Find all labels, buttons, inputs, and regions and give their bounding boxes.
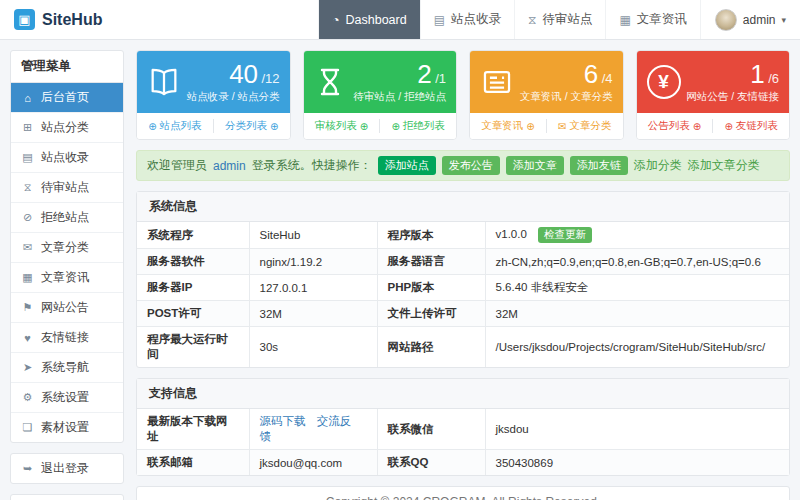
info-label: 程序版本	[377, 222, 485, 249]
add-article-button[interactable]: 添加文章	[506, 156, 564, 175]
support-info-table: 最新版本下载网址 源码下载 交流反馈 联系微信 jksdou 联系邮箱 jksd…	[137, 409, 789, 475]
version-value: v1.0.0	[496, 228, 527, 240]
sidebar-item-label: 素材设置	[41, 419, 89, 436]
announcement-list-link[interactable]: 公告列表 ⊕	[637, 119, 713, 133]
stat-value: 2	[417, 59, 431, 89]
add-friend-link-button[interactable]: 添加友链	[570, 156, 628, 175]
info-label: 服务器软件	[137, 249, 249, 275]
sidebar-item-article-category[interactable]: ✉ 文章分类	[11, 233, 123, 263]
link-label: 拒绝列表	[403, 119, 445, 133]
hourglass-icon	[314, 66, 346, 98]
info-value: 30s	[249, 327, 377, 368]
sidebar-item-rejected-sites[interactable]: ⊘ 拒绝站点	[11, 203, 123, 233]
info-label: 网站路径	[377, 327, 485, 368]
system-info-panel: 系统信息 系统程序 SiteHub 程序版本 v1.0.0 检查更新 服务器软件…	[136, 191, 790, 368]
stat-card-articles: 6 /4 文章资讯 / 文章分类 文章资讯 ⊕ ✉ 文章分类	[469, 50, 624, 140]
user-menu[interactable]: admin ▾	[700, 0, 800, 39]
info-value: 350430869	[485, 450, 789, 476]
sidebar-item-announcements[interactable]: ⚑ 网站公告	[11, 293, 123, 323]
sidebar-item-system-settings[interactable]: ⚙ 系统设置	[11, 383, 123, 413]
stat-value: 40	[229, 59, 258, 89]
info-value: zh-CN,zh;q=0.9,en;q=0.8,en-GB;q=0.7,en-U…	[485, 249, 789, 275]
info-value: 5.6.40 非线程安全	[485, 275, 789, 301]
sidebar-item-label: 站点收录	[41, 149, 89, 166]
stat-card-footer: 公告列表 ⊕ ⊕ 友链列表	[637, 113, 790, 139]
newspaper-icon	[480, 65, 514, 99]
plus-circle-icon: ⊕	[724, 121, 732, 132]
info-value: 127.0.0.1	[249, 275, 377, 301]
sidebar: 管理菜单 ⌂ 后台首页 ⊞ 站点分类 ▤ 站点收录 ⧖ 待审站点 ⊘ 拒绝站点	[10, 50, 124, 490]
logout-button[interactable]: ➥ 退出登录	[11, 454, 123, 483]
version-badge: SiteHub v1.0.0	[10, 494, 124, 500]
add-article-category-link[interactable]: 添加文章分类	[688, 157, 760, 174]
support-info-panel: 支持信息 最新版本下载网址 源码下载 交流反馈 联系微信 jksdou 联系邮箱…	[136, 378, 790, 476]
copyright-footer: Copyright © 2024 CROGRAM. All Rights Res…	[136, 486, 790, 500]
friend-link-list-link[interactable]: ⊕ 友链列表	[713, 119, 789, 133]
info-value: /Users/jksdou/Projects/crogram/SiteHub/S…	[485, 327, 789, 368]
sidebar-item-label: 文章资讯	[41, 269, 89, 286]
link-label: 文章资讯	[481, 119, 523, 133]
welcome-username[interactable]: admin	[213, 159, 246, 173]
sidebar-item-site-list[interactable]: ▤ 站点收录	[11, 143, 123, 173]
article-category-link[interactable]: ✉ 文章分类	[547, 119, 623, 133]
info-label: 服务器IP	[137, 275, 249, 301]
audit-list-link[interactable]: 审核列表 ⊕	[304, 119, 380, 133]
category-list-link[interactable]: 分类列表 ⊕	[214, 119, 290, 133]
info-value: v1.0.0 检查更新	[485, 222, 789, 249]
stat-card-sites-top: 40 /12 站点收录 / 站点分类	[137, 51, 290, 113]
sidebar-item-system-nav[interactable]: ➤ 系统导航	[11, 353, 123, 383]
table-row: 程序最大运行时间 30s 网站路径 /Users/jksdou/Projects…	[137, 327, 789, 368]
stat-value: 1	[750, 59, 764, 89]
reject-list-link[interactable]: ⊕ 拒绝列表	[380, 119, 456, 133]
source-download-link[interactable]: 源码下载	[260, 415, 306, 427]
sidebar-item-label: 系统导航	[41, 359, 89, 376]
plus-circle-icon: ⊕	[148, 121, 156, 132]
dashboard-icon: ◔	[332, 13, 339, 27]
info-value: nginx/1.19.2	[249, 249, 377, 275]
link-label: 审核列表	[315, 119, 357, 133]
brand-text: SiteHub	[42, 11, 102, 29]
sidebar-title: 管理菜单	[11, 51, 123, 83]
stat-values: 2 /1 待审站点 / 拒绝站点	[346, 61, 447, 104]
add-category-link[interactable]: 添加分类	[634, 157, 682, 174]
publish-announcement-button[interactable]: 发布公告	[442, 156, 500, 175]
stat-label: 站点收录 / 站点分类	[181, 90, 280, 104]
stat-values: 40 /12 站点收录 / 站点分类	[181, 61, 280, 104]
stat-values: 1 /6 网站公告 / 友情链接	[681, 61, 780, 104]
plus-circle-icon: ⊕	[526, 121, 534, 132]
logout-label: 退出登录	[41, 460, 89, 477]
sidebar-item-home[interactable]: ⌂ 后台首页	[11, 83, 123, 113]
stat-card-announcements-top: ¥ 1 /6 网站公告 / 友情链接	[637, 51, 790, 113]
sidebar-item-label: 文章分类	[41, 239, 89, 256]
info-label: 联系QQ	[377, 450, 485, 476]
home-icon: ⌂	[21, 92, 34, 104]
stat-label: 网站公告 / 友情链接	[681, 90, 780, 104]
table-row: 联系邮箱 jksdou@qq.com 联系QQ 350430869	[137, 450, 789, 476]
sidebar-item-articles[interactable]: ▦ 文章资讯	[11, 263, 123, 293]
nav-item-sites[interactable]: ▤ 站点收录	[420, 0, 514, 39]
article-list-link[interactable]: 文章资讯 ⊕	[470, 119, 546, 133]
sidebar-item-site-category[interactable]: ⊞ 站点分类	[11, 113, 123, 143]
stat-values: 6 /4 文章资讯 / 文章分类	[514, 61, 613, 104]
plus-circle-icon: ⊕	[270, 121, 278, 132]
nav-item-dashboard[interactable]: ◔ Dashboard	[318, 0, 419, 39]
nav-label: 待审站点	[542, 11, 592, 28]
heart-icon: ♥	[21, 332, 34, 344]
sidebar-item-pending-sites[interactable]: ⧖ 待审站点	[11, 173, 123, 203]
stat-subvalue: /12	[261, 71, 279, 86]
stat-card-articles-top: 6 /4 文章资讯 / 文章分类	[470, 51, 623, 113]
sign-out-icon: ➥	[21, 462, 34, 475]
add-site-button[interactable]: 添加站点	[378, 156, 436, 175]
nav-item-articles[interactable]: ▦ 文章资讯	[605, 0, 699, 39]
site-list-link[interactable]: ⊕ 站点列表	[137, 119, 213, 133]
welcome-alert: 欢迎管理员 admin 登录系统。快捷操作： 添加站点 发布公告 添加文章 添加…	[136, 150, 790, 181]
nav-item-pending-sites[interactable]: ⧖ 待审站点	[514, 0, 605, 39]
check-update-button[interactable]: 检查更新	[538, 227, 592, 243]
brand[interactable]: ▣ SiteHub	[14, 0, 102, 39]
table-row: 服务器软件 nginx/1.19.2 服务器语言 zh-CN,zh;q=0.9,…	[137, 249, 789, 275]
sidebar-item-label: 友情链接	[41, 329, 89, 346]
sidebar-item-friend-links[interactable]: ♥ 友情链接	[11, 323, 123, 353]
stat-card-pending: 2 /1 待审站点 / 拒绝站点 审核列表 ⊕ ⊕ 拒绝列表	[303, 50, 458, 140]
sidebar-item-material-settings[interactable]: ❏ 素材设置	[11, 413, 123, 442]
main-content: 40 /12 站点收录 / 站点分类 ⊕ 站点列表 分类列表 ⊕	[136, 50, 790, 490]
